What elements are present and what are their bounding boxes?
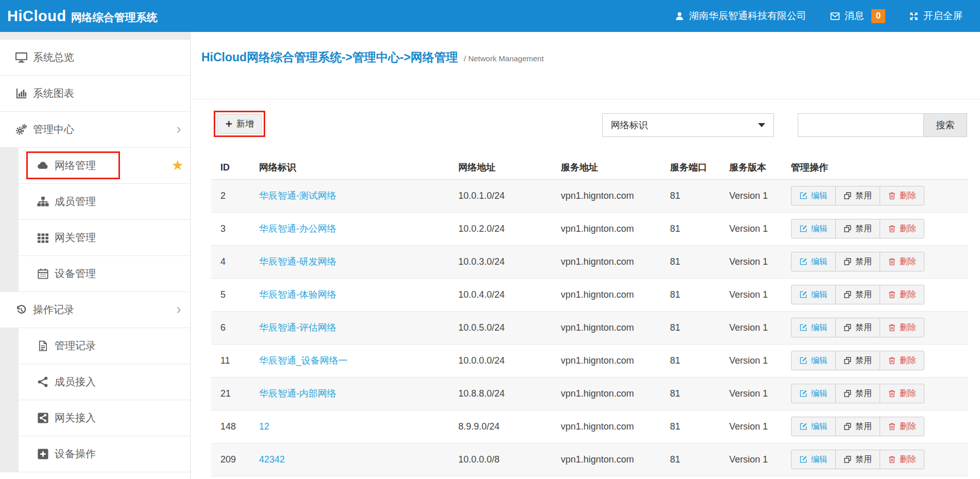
search-input[interactable] [798,113,923,137]
edit-icon [799,192,807,200]
trash-icon [888,389,896,398]
clone-icon [844,389,852,398]
row-action-group: 编辑禁用删除 [791,186,924,206]
edit-icon [799,323,807,332]
cell-server-address: vpn1.hignton.com [561,377,670,410]
cell-actions: 编辑禁用删除 [791,245,968,278]
disable-button-label: 禁用 [855,388,872,399]
table-row: 11华辰智通_设备网络一10.0.0.0/24vpn1.hignton.com8… [211,344,968,377]
sidebar-item-charts[interactable]: 系统图表 [0,76,190,112]
delete-button[interactable]: 删除 [880,318,924,337]
trash-icon [888,192,896,200]
sidebar: 系统总览系统图表管理中心网络管理★成员管理网关管理设备管理操作记录管理记录成员接… [0,32,191,479]
row-action-group: 编辑禁用删除 [791,219,924,238]
account-menu[interactable]: 湖南华辰智通科技有限公司 [675,9,806,23]
clone-icon [844,225,852,233]
disable-button[interactable]: 禁用 [835,285,880,304]
network-name-link[interactable]: 12 [259,421,269,432]
filter-select[interactable]: 网络标识 [602,113,774,137]
edit-button[interactable]: 编辑 [791,252,836,271]
disable-button[interactable]: 禁用 [835,318,880,337]
edit-button[interactable]: 编辑 [791,450,836,469]
search-button[interactable]: 搜索 [923,113,967,137]
network-name-link[interactable]: 华辰智通-研发网络 [259,256,336,267]
cell-server-version: Version 1 [729,344,791,377]
clone-icon [844,290,852,299]
network-name-link[interactable]: 华辰智通-办公网络 [259,224,336,234]
cell-network-name: 华辰智通-评估网络 [259,311,458,344]
network-name-link[interactable]: 华辰智通-体验网络 [259,289,336,300]
plus-square-icon [37,448,49,460]
app-logo[interactable]: HiCloud 网络综合管理系统 [7,8,158,25]
delete-button-label: 删除 [900,289,916,300]
network-name-link[interactable]: 华辰智通-内部网络 [259,388,336,399]
company-name: 湖南华辰智通科技有限公司 [689,9,806,23]
sidebar-item-device-mgmt[interactable]: 设备管理 [19,256,190,292]
delete-button[interactable]: 删除 [880,252,924,271]
add-button[interactable]: 新增 [217,114,262,134]
chevron-right-icon [175,306,183,314]
edit-button[interactable]: 编辑 [791,186,836,206]
sidebar-item-op-records[interactable]: 操作记录 [0,292,190,328]
table-row: 6华辰智通-评估网络10.0.5.0/24vpn1.hignton.com81V… [211,311,968,344]
delete-button[interactable]: 删除 [880,417,924,436]
network-name-link[interactable]: 华辰智通-测试网络 [259,191,336,201]
delete-button[interactable]: 删除 [880,351,924,370]
network-name-link[interactable]: 华辰智通_设备网络一 [259,355,348,366]
sidebar-item-member-mgmt[interactable]: 成员管理 [19,184,190,220]
edit-button[interactable]: 编辑 [791,285,836,304]
delete-button[interactable]: 删除 [880,285,924,304]
sidebar-item-gateway-access[interactable]: 网关接入 [19,400,190,436]
cell-server-port: 81 [670,344,729,377]
sidebar-item-label: 系统总览 [33,50,74,64]
table-row: 4华辰智通-研发网络10.0.3.0/24vpn1.hignton.com81V… [211,245,968,278]
edit-button[interactable]: 编辑 [791,318,836,337]
clone-icon [844,422,852,431]
disable-button[interactable]: 禁用 [835,450,880,469]
edit-button[interactable]: 编辑 [791,351,836,370]
sidebar-item-admin-center[interactable]: 管理中心 [0,112,190,148]
delete-button[interactable]: 删除 [880,219,924,238]
cell-network-address: 8.9.9.0/24 [458,410,561,443]
disable-button-label: 禁用 [855,224,872,234]
delete-button[interactable]: 删除 [880,384,924,403]
cell-server-port: 81 [670,212,729,245]
cell-actions: 编辑禁用删除 [791,410,968,443]
disable-button[interactable]: 禁用 [835,219,880,238]
trash-icon [888,290,896,299]
sidebar-item-member-access[interactable]: 成员接入 [19,364,190,400]
sidebar-item-overview[interactable]: 系统总览 [0,40,190,76]
edit-button[interactable]: 编辑 [791,219,836,238]
disable-button[interactable]: 禁用 [835,186,880,206]
delete-button[interactable]: 删除 [880,450,924,469]
cell-id: 3 [211,212,259,245]
disable-button[interactable]: 禁用 [835,351,880,370]
cell-network-name: 华辰智通-内部网络 [259,377,458,410]
delete-button-label: 删除 [900,224,916,234]
cell-network-name: 42342 [259,443,458,476]
disable-button[interactable]: 禁用 [835,417,880,436]
network-name-link[interactable]: 华辰智通-评估网络 [259,322,336,333]
sidebar-item-gateway-mgmt[interactable]: 网关管理 [19,220,190,256]
disable-button[interactable]: 禁用 [835,384,880,403]
delete-button-label: 删除 [900,322,916,333]
trash-icon [888,422,896,431]
edit-button[interactable]: 编辑 [791,384,836,403]
row-action-group: 编辑禁用删除 [791,384,924,403]
messages-menu[interactable]: 消息 0 [830,9,885,23]
sidebar-item-admin-records[interactable]: 管理记录 [19,328,190,364]
table-row: 2华辰智通-测试网络10.0.1.0/24vpn1.hignton.com81V… [211,179,968,212]
fullscreen-toggle[interactable]: 开启全屏 [909,9,962,23]
delete-button[interactable]: 删除 [880,186,924,206]
cell-server-port: 81 [670,179,729,212]
disable-button[interactable]: 禁用 [835,252,880,271]
col-header-network-address: 网络地址 [458,156,561,179]
edit-icon [799,258,807,266]
edit-button[interactable]: 编辑 [791,417,836,436]
fullscreen-label: 开启全屏 [923,9,962,23]
network-name-link[interactable]: 42342 [259,454,285,465]
sidebar-item-network-mgmt[interactable]: 网络管理★ [19,148,190,184]
row-action-group: 编辑禁用删除 [791,450,924,469]
delete-button-label: 删除 [900,388,916,399]
sidebar-item-device-ops[interactable]: 设备操作 [19,436,190,472]
